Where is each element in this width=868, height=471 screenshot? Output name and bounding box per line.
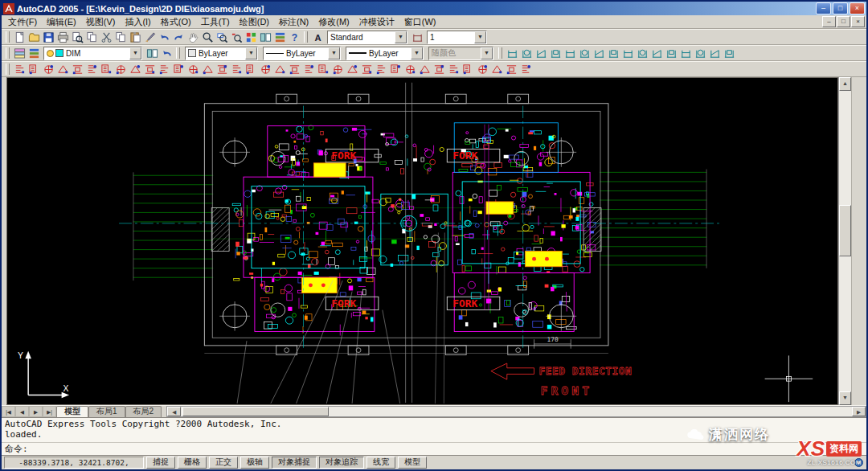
die-tool-21-icon[interactable] <box>301 63 316 76</box>
mdi-close-button[interactable]: × <box>851 16 865 27</box>
close-button[interactable]: × <box>850 2 865 14</box>
die-tool-22-icon[interactable] <box>316 63 330 76</box>
lineweight-combo[interactable]: ByLayer ▼ <box>346 47 424 60</box>
open-file-icon[interactable] <box>27 31 41 43</box>
dim-linear-icon[interactable] <box>505 47 519 59</box>
die-tool-17-icon[interactable] <box>244 63 258 76</box>
die-tool-02-icon[interactable] <box>27 63 41 76</box>
die-tool-13-icon[interactable] <box>186 63 200 76</box>
menu-format[interactable]: 格式(O) <box>156 16 196 28</box>
die-tool-29-icon[interactable] <box>417 63 432 76</box>
layer-properties-manager-icon[interactable] <box>12 47 27 59</box>
die-tool-26-icon[interactable] <box>374 63 388 76</box>
dim-ordinate-icon[interactable] <box>534 47 548 59</box>
quick-dimension-icon[interactable] <box>592 47 606 59</box>
minimize-button[interactable]: – <box>816 2 831 14</box>
die-tool-33-icon[interactable] <box>475 63 489 76</box>
menu-modify[interactable]: 修改(M) <box>313 16 354 28</box>
menu-view[interactable]: 视图(V) <box>81 16 121 28</box>
dropdown-arrow-icon[interactable]: ▼ <box>328 47 340 59</box>
plot-preview-icon[interactable] <box>70 31 84 43</box>
designcenter-icon[interactable] <box>258 31 272 43</box>
osnap-toggle[interactable]: 对象捕捉 <box>272 457 317 469</box>
die-tool-08-icon[interactable] <box>113 63 128 76</box>
horizontal-scroll-thumb[interactable] <box>182 407 329 416</box>
color-combo[interactable]: ByLayer ▼ <box>185 47 258 60</box>
plot-icon[interactable] <box>55 31 70 43</box>
layer-combo[interactable]: DIM ▼ <box>43 47 142 60</box>
polar-toggle[interactable]: 极轴 <box>240 457 269 469</box>
die-tool-32-icon[interactable] <box>461 63 475 76</box>
redo-icon[interactable] <box>171 31 186 43</box>
toolbar-grip[interactable] <box>6 63 10 75</box>
match-properties-icon[interactable] <box>142 31 157 43</box>
menu-edit[interactable]: 编辑(E) <box>42 16 81 28</box>
command-prompt[interactable]: 命令: <box>2 443 866 455</box>
die-tool-20-icon[interactable] <box>287 63 301 76</box>
tab-layout1[interactable]: 布局1 <box>88 406 125 417</box>
die-tool-19-icon[interactable] <box>272 63 287 76</box>
horizontal-scroll-track[interactable] <box>181 407 852 416</box>
menu-die-design[interactable]: 冲模设计 <box>354 16 399 28</box>
zoom-realtime-icon[interactable] <box>200 31 215 43</box>
layer-previous-icon[interactable] <box>159 47 174 59</box>
die-tool-35-icon[interactable] <box>504 63 518 76</box>
lineweight-toggle[interactable]: 线宽 <box>366 457 395 469</box>
mdi-minimize-button[interactable]: – <box>822 16 836 27</box>
die-tool-31-icon[interactable] <box>446 63 461 76</box>
menu-file[interactable]: 文件(F) <box>3 16 42 28</box>
pan-realtime-icon[interactable] <box>186 31 200 43</box>
dropdown-arrow-icon[interactable]: ▼ <box>395 31 407 43</box>
toolbar-grip[interactable] <box>304 31 308 43</box>
tool-palettes-icon[interactable] <box>272 31 287 43</box>
cut-icon[interactable] <box>99 31 113 43</box>
zoom-previous-icon[interactable] <box>229 31 244 43</box>
scroll-right-icon[interactable]: ▶ <box>852 407 866 416</box>
die-tool-15-icon[interactable] <box>215 63 229 76</box>
dropdown-arrow-icon[interactable]: ▼ <box>245 47 257 59</box>
dim-baseline-icon[interactable] <box>606 47 620 59</box>
menu-draw[interactable]: 绘图(D) <box>235 16 274 28</box>
scroll-down-icon[interactable]: ▼ <box>839 391 851 405</box>
text-style-combo[interactable]: Standard ▼ <box>327 31 407 44</box>
toolbar-grip[interactable] <box>6 47 10 59</box>
dropdown-arrow-icon[interactable]: ▼ <box>411 47 423 59</box>
center-mark-icon[interactable] <box>664 47 678 59</box>
dim-style-combo[interactable]: 1 ▼ <box>427 31 487 44</box>
vertical-scroll-track[interactable] <box>839 91 851 391</box>
dropdown-arrow-icon[interactable]: ▼ <box>474 31 486 43</box>
die-tool-10-icon[interactable] <box>142 63 157 76</box>
new-file-icon[interactable] <box>12 31 27 43</box>
tolerance-icon[interactable] <box>649 47 664 59</box>
paste-icon[interactable] <box>128 31 142 43</box>
die-tool-25-icon[interactable] <box>359 63 374 76</box>
tab-nav-button-1[interactable]: ◀ <box>15 406 29 417</box>
zoom-window-icon[interactable] <box>215 31 229 43</box>
text-style-icon[interactable]: A <box>310 31 325 43</box>
die-tool-18-icon[interactable] <box>258 63 272 76</box>
tab-layout2[interactable]: 布局2 <box>125 406 162 417</box>
die-tool-12-icon[interactable] <box>171 63 186 76</box>
die-tool-30-icon[interactable] <box>432 63 446 76</box>
quick-leader-icon[interactable] <box>635 47 649 59</box>
die-tool-09-icon[interactable] <box>128 63 142 76</box>
dim-update-icon[interactable] <box>707 47 722 59</box>
die-tool-05-icon[interactable] <box>70 63 84 76</box>
plot-style-combo[interactable]: 随颜色 ▼ <box>428 47 493 60</box>
dim-style-icon[interactable] <box>410 31 424 43</box>
toolbar-grip[interactable] <box>176 47 180 59</box>
dim-text-edit-icon[interactable] <box>693 47 707 59</box>
copy-icon[interactable] <box>113 31 128 43</box>
scroll-up-icon[interactable]: ▲ <box>839 77 851 91</box>
dim-continue-icon[interactable] <box>620 47 635 59</box>
die-tool-24-icon[interactable] <box>345 63 359 76</box>
snap-toggle[interactable]: 捕捉 <box>146 457 175 469</box>
otrack-toggle[interactable]: 对象追踪 <box>319 457 364 469</box>
horizontal-scrollbar[interactable]: ◀ ▶ <box>166 406 866 417</box>
mdi-restore-button[interactable]: □ <box>837 16 850 27</box>
help-icon[interactable]: ? <box>287 31 301 43</box>
dim-aligned-icon[interactable] <box>519 47 534 59</box>
ortho-toggle[interactable]: 正交 <box>209 457 238 469</box>
die-tool-16-icon[interactable] <box>229 63 244 76</box>
maximize-button[interactable]: □ <box>833 2 848 14</box>
